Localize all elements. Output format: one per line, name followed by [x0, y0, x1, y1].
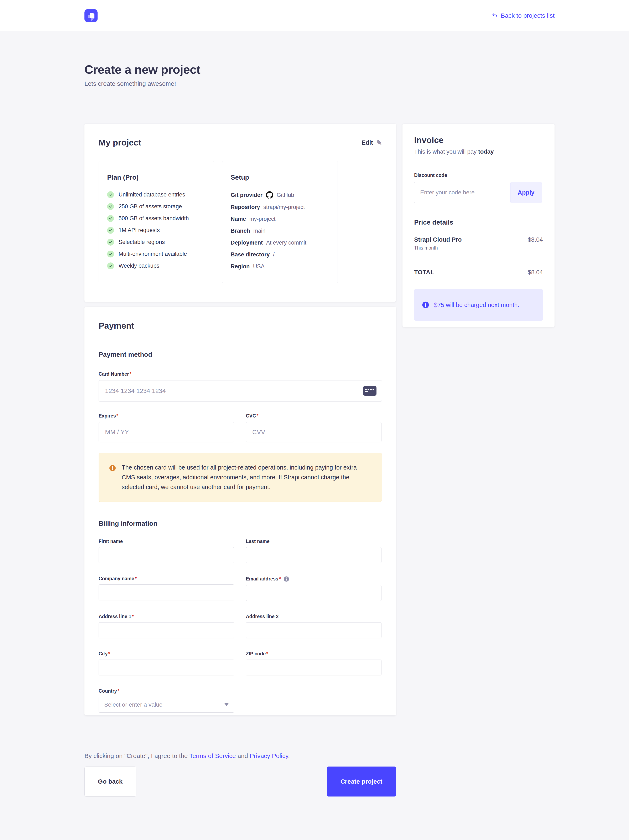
price-line-item: Strapi Cloud Pro This month $8.04 — [414, 236, 543, 251]
setup-row-base-directory: Base directory / — [231, 251, 329, 258]
company-name-input[interactable] — [99, 584, 234, 600]
invoice-title: Invoice — [414, 135, 543, 145]
plan-feature-row: 500 GB of assets bandwidth — [107, 215, 206, 222]
return-arrow-icon — [491, 12, 498, 19]
expires-input[interactable] — [99, 422, 234, 442]
setup-row-repository: Repository strapi/my-project — [231, 204, 329, 211]
invoice-subtitle: This is what you will pay today — [414, 148, 543, 155]
back-link-label: Back to projects list — [501, 12, 555, 19]
company-name-field: Company name* — [99, 576, 234, 601]
city-field: City* — [99, 651, 234, 675]
last-name-input[interactable] — [246, 547, 381, 563]
plan-feature-label: 1M API requests — [118, 227, 160, 234]
info-icon — [283, 576, 290, 582]
page-subtitle: Lets create something awesome! — [84, 80, 200, 87]
discount-code-label: Discount code — [414, 172, 543, 178]
price-details-title: Price details — [414, 218, 543, 226]
setup-title: Setup — [231, 174, 329, 181]
warning-icon — [109, 464, 116, 472]
page-title: Create a new project — [84, 62, 200, 76]
address-line-1-field: Address line 1* — [99, 614, 234, 638]
github-icon — [266, 191, 273, 199]
plan-feature-label: 500 GB of assets bandwidth — [118, 215, 189, 222]
plan-title: Plan (Pro) — [107, 174, 206, 181]
top-navigation-bar: Back to projects list — [0, 0, 629, 31]
plan-feature-label: 250 GB of assets storage — [118, 203, 182, 210]
card-number-label: Card Number* — [99, 371, 382, 377]
plan-feature-row: Selectable regions — [107, 239, 206, 246]
project-card-title: My project — [99, 138, 141, 148]
back-to-projects-link[interactable]: Back to projects list — [491, 0, 555, 31]
check-icon — [107, 262, 114, 269]
last-name-field: Last name* — [246, 538, 381, 563]
apply-discount-button[interactable]: Apply — [510, 182, 542, 203]
strapi-cloud-logo[interactable] — [84, 9, 98, 22]
price-item-period: This month — [414, 245, 462, 251]
total-label: TOTAL — [414, 269, 434, 276]
payment-card: Payment Payment method Card Number* Expi… — [84, 307, 396, 715]
plan-feature-row: Multi-environment available — [107, 251, 206, 257]
total-amount: $8.04 — [528, 269, 543, 276]
country-select[interactable]: Select or enter a value — [99, 697, 234, 713]
country-select-placeholder: Select or enter a value — [104, 701, 162, 708]
cvc-label: CVC* — [246, 413, 381, 419]
billing-information-title: Billing information — [99, 520, 382, 527]
first-name-field: First name* — [99, 538, 234, 563]
plan-feature-label: Weekly backups — [118, 263, 159, 269]
invoice-panel: Invoice This is what you will pay today … — [402, 124, 555, 327]
info-icon — [422, 301, 430, 309]
check-icon — [107, 239, 114, 246]
page-header: Create a new project Lets create somethi… — [84, 62, 200, 87]
next-month-charge-note: $75 will be charged next month. — [414, 289, 543, 321]
address-line-1-input[interactable] — [99, 622, 234, 638]
expires-label: Expires* — [99, 413, 234, 419]
setup-row-branch: Branch main — [231, 227, 329, 234]
city-input[interactable] — [99, 660, 234, 675]
country-field: Country* Select or enter a value — [99, 688, 234, 713]
go-back-button[interactable]: Go back — [84, 767, 136, 796]
setup-row-deployment: Deployment At every commit — [231, 239, 329, 246]
payment-title: Payment — [99, 321, 382, 331]
cvc-input[interactable] — [246, 422, 381, 442]
plan-feature-row: 250 GB of assets storage — [107, 203, 206, 210]
zip-code-field: ZIP code* — [246, 651, 381, 675]
setup-row-git-provider: Git provider GitHub — [231, 191, 329, 199]
check-icon — [107, 227, 114, 234]
plan-feature-row: Unlimited database entries — [107, 191, 206, 198]
project-summary-card: My project Edit ✎ Plan (Pro) Unlimited d… — [84, 124, 396, 302]
expires-field: Expires* — [99, 413, 234, 442]
privacy-policy-link[interactable]: Privacy Policy — [250, 752, 288, 759]
terms-of-service-link[interactable]: Terms of Service — [189, 752, 236, 759]
price-item-name: Strapi Cloud Pro — [414, 236, 462, 243]
cvc-field: CVC* — [246, 413, 381, 442]
strapi-bolt-icon — [84, 9, 98, 22]
edit-project-button[interactable]: Edit ✎ — [361, 139, 382, 147]
note-text: $75 will be charged next month. — [434, 302, 519, 308]
plan-feature-row: Weekly backups — [107, 262, 206, 269]
plan-feature-label: Selectable regions — [118, 239, 165, 245]
discount-code-input[interactable] — [414, 182, 505, 203]
plan-feature-label: Unlimited database entries — [118, 191, 185, 198]
address-line-2-field: Address line 2* — [246, 614, 381, 638]
check-icon — [107, 191, 114, 198]
plan-summary-box: Plan (Pro) Unlimited database entries 25… — [99, 161, 214, 283]
first-name-input[interactable] — [99, 547, 234, 563]
chevron-down-icon — [224, 703, 229, 706]
email-address-input[interactable] — [246, 585, 381, 601]
card-usage-warning: The chosen card will be used for all pro… — [99, 453, 382, 502]
check-icon — [107, 215, 114, 222]
address-line-2-input[interactable] — [246, 622, 381, 638]
card-number-input[interactable] — [99, 380, 382, 401]
plan-feature-label: Multi-environment available — [118, 251, 187, 257]
zip-code-input[interactable] — [246, 660, 381, 675]
agreement-text: By clicking on "Create", I agree to the … — [84, 752, 290, 759]
setup-row-region: Region USA — [231, 263, 329, 270]
plan-feature-row: 1M API requests — [107, 227, 206, 234]
warning-text: The chosen card will be used for all pro… — [122, 463, 369, 492]
check-icon — [107, 203, 114, 210]
edit-label: Edit — [361, 139, 373, 146]
total-row: TOTAL $8.04 — [414, 269, 543, 276]
payment-method-title: Payment method — [99, 351, 382, 358]
email-address-field: Email address* — [246, 576, 381, 601]
create-project-button[interactable]: Create project — [327, 767, 396, 796]
